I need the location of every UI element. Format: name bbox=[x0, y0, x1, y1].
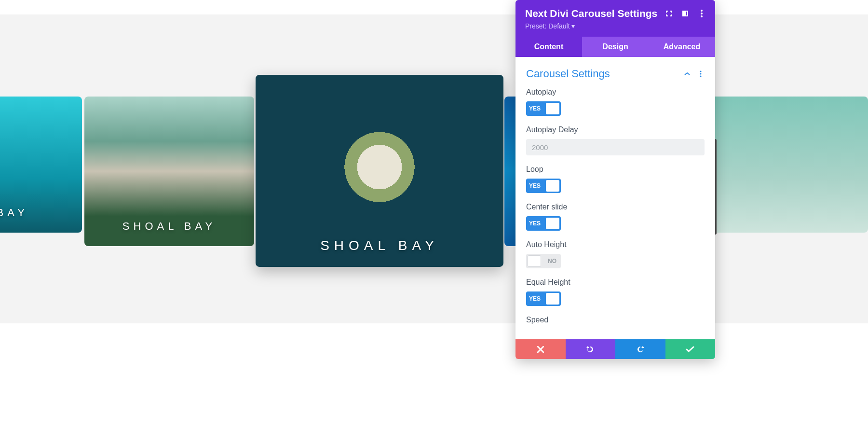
settings-panel: Next Divi Carousel Settings Preset: Defa… bbox=[515, 0, 715, 359]
label-autoplay: Autoplay bbox=[526, 88, 705, 97]
dock-right-icon[interactable] bbox=[681, 10, 689, 17]
panel-title: Next Divi Carousel Settings bbox=[525, 8, 657, 19]
carousel-slide-active[interactable]: SHOAL BAY bbox=[256, 75, 503, 267]
label-equal-height: Equal Height bbox=[526, 278, 705, 287]
svg-point-3 bbox=[700, 70, 701, 72]
panel-body: Carousel Settings Autoplay YES Autoplay … bbox=[515, 57, 715, 339]
slide-caption: OAL BAY bbox=[0, 207, 28, 219]
tab-advanced[interactable]: Advanced bbox=[649, 37, 715, 57]
section-title: Carousel Settings bbox=[526, 68, 610, 80]
svg-point-5 bbox=[700, 75, 701, 77]
carousel-slide[interactable]: OAL BAY bbox=[0, 97, 82, 233]
collapse-icon[interactable] bbox=[683, 70, 691, 78]
slide-caption: SHOAL BAY bbox=[320, 238, 439, 253]
label-auto-height: Auto Height bbox=[526, 240, 705, 249]
toggle-equal-height[interactable]: YES bbox=[526, 291, 561, 306]
label-autoplay-delay: Autoplay Delay bbox=[526, 125, 705, 134]
carousel-preview: OAL BAY SHOAL BAY SHOAL BAY SH bbox=[0, 14, 868, 323]
tab-design[interactable]: Design bbox=[582, 37, 649, 57]
label-speed: Speed bbox=[526, 316, 705, 324]
redo-button[interactable] bbox=[615, 339, 665, 359]
builder-canvas: OAL BAY SHOAL BAY SHOAL BAY SH bbox=[0, 14, 868, 323]
toggle-auto-height[interactable]: NO bbox=[526, 254, 561, 268]
cancel-button[interactable] bbox=[515, 339, 566, 359]
toggle-autoplay[interactable]: YES bbox=[526, 101, 561, 116]
tab-content[interactable]: Content bbox=[515, 37, 582, 57]
panel-header: Next Divi Carousel Settings Preset: Defa… bbox=[515, 0, 715, 37]
toggle-center-slide[interactable]: YES bbox=[526, 216, 561, 231]
expand-icon[interactable] bbox=[665, 10, 673, 17]
panel-footer bbox=[515, 339, 715, 359]
preset-dropdown[interactable]: Preset: Default ▾ bbox=[525, 22, 705, 30]
section-more-icon[interactable] bbox=[697, 70, 705, 78]
svg-point-4 bbox=[700, 73, 701, 74]
toggle-loop[interactable]: YES bbox=[526, 179, 561, 193]
save-button[interactable] bbox=[665, 339, 716, 359]
svg-point-0 bbox=[701, 10, 703, 12]
label-center-slide: Center slide bbox=[526, 203, 705, 211]
svg-point-2 bbox=[701, 15, 703, 17]
carousel-slide[interactable]: SHOAL BAY bbox=[84, 97, 254, 246]
svg-point-1 bbox=[701, 13, 703, 14]
panel-tabs: Content Design Advanced bbox=[515, 37, 715, 57]
slide-caption: SHOAL BAY bbox=[122, 220, 216, 233]
input-autoplay-delay[interactable] bbox=[526, 139, 705, 155]
label-loop: Loop bbox=[526, 165, 705, 174]
more-icon[interactable] bbox=[698, 10, 705, 17]
undo-button[interactable] bbox=[566, 339, 616, 359]
